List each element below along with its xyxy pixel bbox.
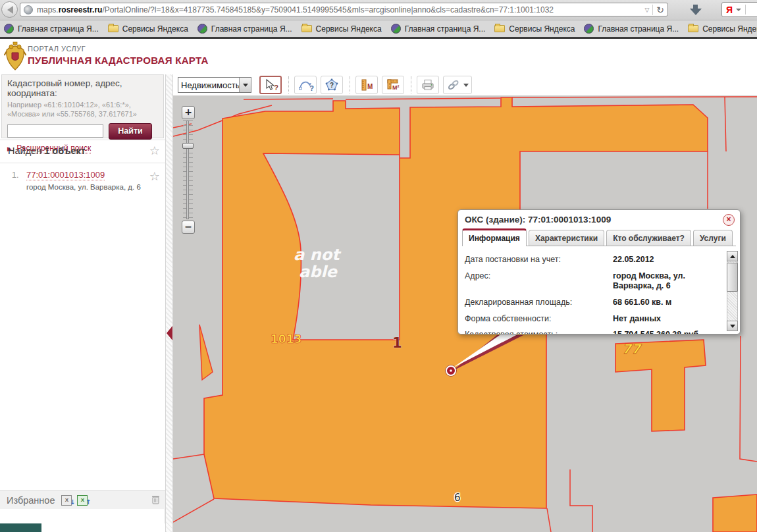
folder-icon [688,25,698,32]
search-panel: Кадастровый номер, адрес, координата: На… [1,74,164,138]
bookmark-label: Главная страница Я... [598,24,679,34]
zoom-control: + − [182,106,196,234]
map-toolbar: Недвижимость ? ? ? [173,74,757,95]
search-hint-line2: «Москва» или «55.755768, 37.617671» [7,110,137,118]
status-tooltip [0,523,41,532]
info-value: 68 661.60 кв. м [613,298,724,308]
search-engine-dropdown-icon[interactable] [736,9,741,11]
bookmark-item[interactable]: Сервисы Яндекса [108,24,188,34]
bookmark-item[interactable]: Главная страница Я... [584,24,679,34]
search-input[interactable] [7,124,103,138]
trash-icon[interactable] [151,494,160,507]
bookmark-item[interactable]: Главная страница Я... [391,24,486,34]
back-arrow-icon [7,6,13,14]
globe-favicon-icon [197,24,207,34]
bookmark-item[interactable]: Сервисы Яндекса [688,24,757,34]
measure-area-tool-button[interactable]: M² [382,76,404,94]
scroll-up-button[interactable] [727,251,738,261]
back-button[interactable] [1,1,18,18]
info-label: Декларированная площадь: [465,298,613,308]
chevron-down-icon [239,78,251,92]
label-quarter-1013: 1013 [271,332,301,346]
tab-services[interactable]: Услуги [693,230,733,246]
info-row: Форма собственности: Нет данных [465,314,724,325]
browser-window: maps.rosreestr.ru/PortalOnline/?l=18&x=4… [0,0,757,532]
scrollbar-track[interactable] [727,261,738,321]
measure-route-tool-button[interactable]: ? [294,76,317,94]
arrow-down-icon [730,325,735,328]
folder-icon [494,25,505,32]
tab-information[interactable]: Информация [462,228,527,246]
sidebar: Кадастровый номер, адрес, координата: На… [0,74,165,532]
bookmark-item[interactable]: Сервисы Яндекса [494,24,575,34]
label-house-6: 6 [454,492,461,504]
svg-text:a not: a not [294,246,342,264]
results-header: Найден 1 объект ☆ [0,140,165,163]
result-index: 1. [12,171,18,180]
search-hint-line1: Например «61:6:10104:12», «61:6:*», [7,101,131,109]
bookmarks-bar: Главная страница Я... Сервисы Яндекса Гл… [0,20,757,37]
zoom-in-button[interactable]: + [182,106,195,119]
separator [745,5,746,14]
tab-who-services[interactable]: Кто обслуживает? [606,230,691,246]
measure-m2-glyph: M² [392,84,400,91]
question-glyph: ? [330,82,334,89]
zoom-slider-rail [186,120,189,219]
print-button[interactable] [417,76,439,94]
scroll-down-button[interactable] [727,321,738,331]
bookmark-label: Главная страница Я... [211,24,292,34]
zoom-out-button[interactable]: − [182,221,195,234]
chain-link-icon [446,78,461,92]
export-arrow: ↓ [70,498,75,507]
portal-label: ПОРТАЛ УСЛУГ [28,45,209,53]
page-title: ПУБЛИЧНАЯ КАДАСТРОВАЯ КАРТА [28,55,209,66]
excel-letter: X [65,497,68,503]
object-info-popup: ОКС (здание): 77:01:0001013:1009 × Инфор… [457,209,741,334]
reload-icon[interactable]: ↻ [652,5,667,15]
info-row: Декларированная площадь: 68 661.60 кв. м [465,298,724,308]
identify-tool-button[interactable]: ? [259,76,282,94]
info-value: 22.05.2012 [613,255,724,265]
info-value: город Москва, ул. Варварка, д. 6 [613,271,724,292]
search-engine-box[interactable]: Я [721,2,757,17]
globe-favicon-icon [4,24,14,34]
export-excel-icon[interactable]: X↓ [61,495,72,506]
toolbar-separator [411,76,411,93]
share-link-button[interactable] [443,76,472,94]
zoom-slider-track[interactable] [183,120,193,219]
find-button[interactable]: Найти [109,123,152,140]
import-excel-icon[interactable]: X↑ [77,495,88,506]
download-button[interactable] [687,3,704,17]
url-history-dropdown-icon[interactable]: ▽ [642,7,652,13]
scrollbar-thumb[interactable] [727,263,738,292]
close-icon[interactable]: × [723,214,735,226]
sidebar-resize-strip[interactable] [165,74,173,532]
bookmark-item[interactable]: Главная страница Я... [197,24,292,34]
info-value: Нет данных [613,314,724,325]
result-cadastral-link[interactable]: 77:01:0001013:1009 [26,170,105,180]
favorite-all-star-icon[interactable]: ☆ [149,144,160,157]
bookmark-item[interactable]: Главная страница Я... [4,24,99,34]
sidebar-collapse-icon[interactable] [167,326,172,340]
favorite-star-icon[interactable]: ☆ [149,169,160,183]
selected-object-marker[interactable] [446,365,457,377]
chevron-down-icon [463,84,469,87]
info-row: Адрес: город Москва, ул. Варварка, д. 6 [465,271,724,292]
info-label: Форма собственности: [465,314,613,325]
search-label: Кадастровый номер, адрес, координата: [7,78,158,98]
label-parcel-77: 77 [622,341,642,357]
layer-select[interactable]: Недвижимость [178,77,251,93]
measure-distance-tool-button[interactable]: M [355,76,378,94]
ruler-area-icon: M² [385,78,401,92]
site-favicon-globe-icon [24,5,33,14]
layer-select-value: Недвижимость [178,80,239,90]
identify-area-tool-button[interactable]: ? [321,76,343,94]
tab-characteristics[interactable]: Характеристики [529,230,604,246]
url-field[interactable]: maps.rosreestr.ru/PortalOnline/?l=18&x=4… [20,3,668,16]
zoom-slider-thumb[interactable] [182,143,194,149]
favorites-empty-list [0,509,165,523]
map-canvas[interactable]: a not able 1013 1 77 6 [173,95,757,532]
parcel-bottom-right[interactable] [713,494,757,532]
bookmark-item[interactable]: Сервисы Яндекса [301,24,382,34]
popup-scrollbar [727,251,738,331]
